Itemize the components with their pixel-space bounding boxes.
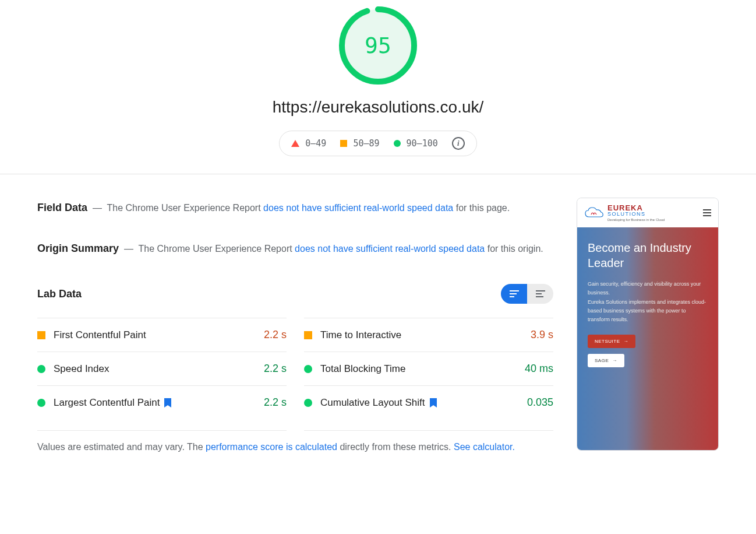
legend-avg-range: 50–89 (353, 138, 379, 149)
hamburger-icon (703, 209, 711, 216)
preview-btn-netsuite: NETSUITE → (588, 335, 635, 348)
metric-si[interactable]: Speed Index 2.2 s (37, 352, 287, 385)
metric-si-name: Speed Index (54, 363, 256, 375)
bookmark-icon (164, 398, 171, 407)
cloud-icon (584, 206, 604, 219)
metrics-footnote: Values are estimated and may vary. The p… (37, 430, 553, 456)
origin-summary-suffix: for this origin. (487, 244, 543, 254)
preview-hero-body2: Eureka Solutions implements and integrat… (588, 299, 706, 323)
legend-pass-range: 90–100 (407, 138, 438, 149)
origin-summary-link[interactable]: does not have sufficient real-world spee… (295, 244, 485, 254)
metric-tti[interactable]: Time to Interactive 3.9 s (304, 318, 553, 352)
preview-btn1-label: NETSUITE (595, 339, 620, 344)
preview-tagline: Developing for Business in the Cloud (607, 218, 665, 222)
footnote-link2[interactable]: See calculator. (454, 442, 515, 452)
field-data-title: Field Data (37, 202, 87, 213)
lab-data-header: Lab Data (37, 284, 553, 304)
metric-tbt[interactable]: Total Blocking Time 40 ms (304, 352, 553, 385)
field-data-section: Field Data — The Chrome User Experience … (37, 198, 553, 217)
toggle-bars-button[interactable] (501, 284, 527, 304)
metric-fcp-name: First Contentful Paint (54, 329, 256, 341)
origin-summary-title: Origin Summary (37, 243, 119, 254)
preview-logo-bottom: SOLUTIONS (607, 212, 665, 217)
preview-hero-body: Gain security, efficiency and visibility… (588, 280, 708, 324)
lab-data-title: Lab Data (37, 288, 82, 300)
square-icon (340, 140, 347, 147)
metric-lcp-value: 2.2 s (264, 396, 287, 409)
circle-icon (304, 399, 312, 407)
metric-fcp[interactable]: First Contentful Paint 2.2 s (37, 318, 287, 352)
circle-icon (37, 399, 45, 407)
report-column: Field Data — The Chrome User Experience … (37, 198, 553, 456)
score-legend: 0–49 50–89 90–100 i (279, 131, 476, 156)
metric-cls-name: Cumulative Layout Shift (320, 397, 425, 409)
metric-tti-name: Time to Interactive (320, 329, 522, 341)
triangle-icon (291, 140, 299, 147)
legend-fail-range: 0–49 (305, 138, 326, 149)
bookmark-icon (430, 398, 437, 407)
view-toggle (501, 284, 553, 304)
metrics-grid: First Contentful Paint 2.2 s Time to Int… (37, 318, 553, 419)
metric-tbt-name: Total Blocking Time (320, 363, 517, 375)
field-data-prefix: The Chrome User Experience Report (107, 203, 261, 213)
score-gauge: 95 (337, 5, 419, 86)
metric-cls[interactable]: Cumulative Layout Shift 0.035 (304, 385, 553, 419)
preview-hero-body1: Gain security, efficiency and visibility… (588, 281, 701, 296)
metric-si-value: 2.2 s (264, 363, 287, 375)
circle-icon (394, 140, 401, 147)
score-value: 95 (365, 33, 391, 58)
field-data-suffix: for this page. (456, 203, 510, 213)
preview-hero-title: Become an Industry Leader (588, 240, 708, 270)
arrow-icon: → (624, 339, 629, 344)
tested-url: https://eurekasolutions.co.uk/ (0, 98, 756, 117)
metric-cls-value: 0.035 (527, 396, 553, 409)
preview-header: EUREKA SOLUTIONS Developing for Business… (577, 198, 718, 227)
footnote-t1: Values are estimated and may vary. The (37, 442, 203, 452)
metric-lcp-name: Largest Contentful Paint (54, 397, 160, 409)
metric-lcp[interactable]: Largest Contentful Paint 2.2 s (37, 385, 287, 419)
arrow-icon: → (612, 358, 617, 363)
legend-pass: 90–100 (394, 138, 438, 149)
legend-avg: 50–89 (340, 138, 379, 149)
toggle-list-button[interactable] (527, 284, 553, 304)
info-icon[interactable]: i (452, 137, 465, 150)
page-preview: EUREKA SOLUTIONS Developing for Business… (577, 198, 719, 451)
metric-tbt-value: 40 ms (525, 363, 553, 375)
metric-fcp-value: 2.2 s (264, 329, 287, 341)
square-icon (37, 331, 45, 339)
square-icon (304, 331, 312, 339)
preview-logo: EUREKA SOLUTIONS Developing for Business… (584, 204, 665, 222)
metric-tti-value: 3.9 s (531, 329, 553, 341)
footnote-t2: directly from these metrics. (340, 442, 451, 452)
origin-summary-prefix: The Chrome User Experience Report (139, 244, 292, 254)
origin-summary-section: Origin Summary — The Chrome User Experie… (37, 238, 553, 258)
circle-icon (304, 365, 312, 373)
preview-btn-sage: SAGE → (588, 354, 624, 367)
preview-btn2-label: SAGE (595, 358, 609, 363)
circle-icon (37, 365, 45, 373)
main-content: Field Data — The Chrome User Experience … (0, 174, 756, 456)
field-data-link[interactable]: does not have sufficient real-world spee… (263, 203, 453, 213)
score-header: 95 https://eurekasolutions.co.uk/ 0–49 5… (0, 0, 756, 174)
legend-fail: 0–49 (291, 138, 326, 149)
footnote-link1[interactable]: performance score is calculated (206, 442, 337, 452)
preview-hero: Become an Industry Leader Gain security,… (577, 227, 718, 450)
